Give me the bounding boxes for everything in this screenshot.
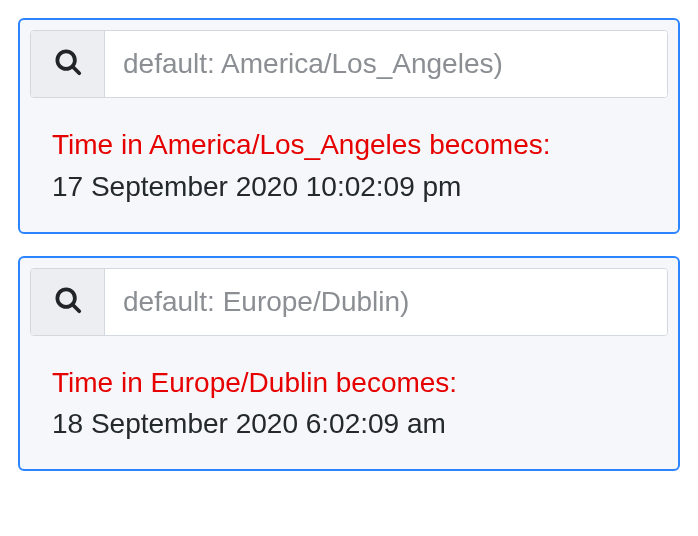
timezone-card: Time in America/Los_Angeles becomes: 17 … [18,18,680,234]
result-block: Time in America/Los_Angeles becomes: 17 … [30,126,668,206]
search-icon-box [31,269,105,335]
svg-line-3 [72,304,79,311]
search-icon-box [31,31,105,97]
search-icon [53,47,83,81]
result-value: 18 September 2020 6:02:09 am [52,405,646,443]
result-block: Time in Europe/Dublin becomes: 18 Septem… [30,364,668,444]
page-root: Time in America/Los_Angeles becomes: 17 … [0,0,698,511]
timezone-search-input[interactable] [105,31,667,97]
timezone-search-input[interactable] [105,269,667,335]
result-value: 17 September 2020 10:02:09 pm [52,168,646,206]
search-row [30,30,668,98]
search-row [30,268,668,336]
result-heading: Time in Europe/Dublin becomes: [52,364,646,402]
result-heading: Time in America/Los_Angeles becomes: [52,126,646,164]
search-icon [53,285,83,319]
svg-line-1 [72,67,79,74]
timezone-card: Time in Europe/Dublin becomes: 18 Septem… [18,256,680,472]
